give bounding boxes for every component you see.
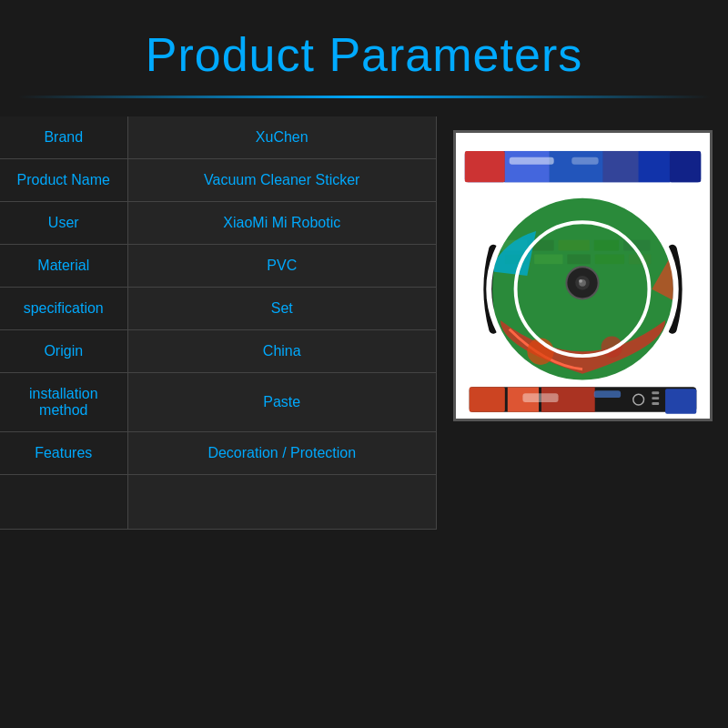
- param-label: installation method: [0, 373, 127, 432]
- svg-rect-30: [469, 387, 504, 411]
- svg-rect-39: [665, 389, 696, 413]
- svg-rect-3: [504, 151, 549, 182]
- svg-rect-13: [558, 240, 589, 251]
- table-row: UserXiaoMi Mi Robotic: [0, 202, 437, 245]
- product-artwork: [456, 133, 710, 419]
- svg-rect-2: [464, 151, 504, 182]
- param-label: User: [0, 202, 127, 245]
- product-image: [453, 130, 713, 421]
- param-label: specification: [0, 288, 127, 330]
- svg-rect-36: [652, 391, 659, 394]
- param-label: Material: [0, 245, 127, 288]
- svg-rect-8: [509, 157, 553, 165]
- param-value: Set: [127, 288, 437, 330]
- param-label: Features: [0, 432, 127, 475]
- param-value: PVC: [127, 245, 437, 288]
- header-divider: [18, 96, 710, 98]
- table-row: Product NameVacuum Cleaner Sticker: [0, 159, 437, 202]
- svg-point-35: [632, 394, 643, 405]
- svg-rect-6: [638, 151, 669, 182]
- param-value: XuChen: [127, 116, 437, 159]
- svg-rect-5: [602, 151, 638, 182]
- table-row: BrandXuChen: [0, 116, 437, 159]
- svg-rect-33: [522, 393, 558, 402]
- param-value: China: [127, 330, 437, 373]
- param-value: [127, 475, 437, 530]
- page-header: Product Parameters: [0, 0, 728, 116]
- param-label: Origin: [0, 330, 127, 373]
- param-label: Product Name: [0, 159, 127, 202]
- svg-rect-4: [549, 151, 602, 182]
- table-row: OriginChina: [0, 330, 437, 373]
- table-row: [0, 475, 437, 530]
- param-label: Brand: [0, 116, 127, 159]
- param-value: Decoration / Protection: [127, 432, 437, 475]
- params-table: BrandXuChenProduct NameVacuum Cleaner St…: [0, 116, 437, 530]
- svg-rect-34: [593, 390, 620, 398]
- table-row: MaterialPVC: [0, 245, 437, 288]
- content-area: BrandXuChenProduct NameVacuum Cleaner St…: [0, 116, 728, 530]
- table-row: FeaturesDecoration / Protection: [0, 432, 437, 475]
- table-row: specificationSet: [0, 288, 437, 330]
- param-label: [0, 475, 127, 530]
- param-value: XiaoMi Mi Robotic: [127, 202, 437, 245]
- page-title: Product Parameters: [18, 27, 710, 82]
- svg-rect-37: [652, 397, 659, 399]
- svg-point-22: [601, 337, 622, 358]
- table-row: installation methodPaste: [0, 373, 437, 432]
- svg-rect-14: [593, 240, 618, 251]
- svg-rect-18: [567, 255, 590, 265]
- svg-rect-17: [534, 255, 562, 265]
- param-value: Vacuum Cleaner Sticker: [127, 159, 437, 202]
- image-panel: [437, 116, 728, 530]
- svg-point-28: [579, 279, 582, 283]
- svg-rect-19: [594, 255, 623, 265]
- param-value: Paste: [127, 373, 437, 432]
- svg-rect-38: [652, 402, 659, 405]
- svg-rect-9: [571, 157, 598, 165]
- svg-rect-7: [669, 151, 700, 182]
